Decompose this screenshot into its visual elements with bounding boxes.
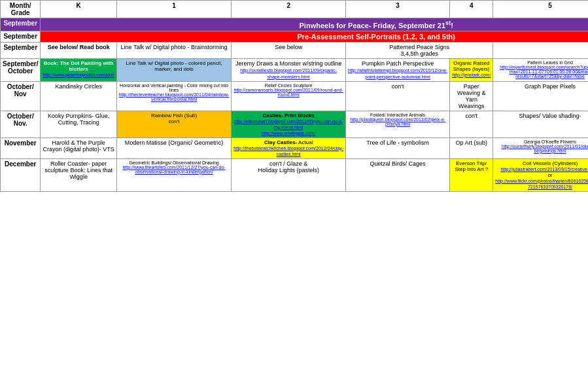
december-row: December Roller Coaster- paper sculpture… (1, 158, 589, 191)
month-grade-header: Month/ Grade (1, 1, 41, 18)
cell-dec-5: Coil Vessels (Cylinders) http://juliastr… (493, 158, 588, 191)
cell-octnov2-5: Shapes/ Value shading- (493, 111, 588, 137)
col-1-header: 1 (116, 1, 232, 18)
octnov2-month-label: October/ Nov. (1, 111, 41, 137)
column-headers: Month/ Grade K 1 2 3 4 5 6 (1, 1, 589, 18)
september-normal-row: September See below/ Read book Line Talk… (1, 42, 589, 58)
september-month-label3: September (1, 42, 41, 58)
december-month-label: December (1, 158, 41, 191)
cell-octnov-3: con't (346, 81, 450, 111)
september-month-label: September (1, 18, 41, 31)
cell-dec-2: con't / Glaze &Holiday Lights (pastels) (232, 158, 346, 191)
col-2-header: 2 (232, 1, 346, 18)
cell-octnov2-4: con't (450, 111, 493, 137)
cell-octnov-5: Graph Paper Pixels (493, 81, 588, 111)
cell-octnov2-3: Folded/ Interactive Animals http://plast… (346, 111, 450, 137)
col-5-header: 5 (493, 1, 588, 18)
cell-dec-k: Roller Coaster- paper sculpture Book: Li… (41, 158, 116, 191)
cell-sep-5 (493, 42, 588, 58)
november-row: November Harold & The Purple Crayon (dig… (1, 137, 589, 158)
cell-sepoct-k: Book: The Dot Painting with blotters htt… (41, 58, 116, 81)
octnov-month-label: October/ Nov (1, 81, 41, 111)
cell-sep-k: See below/ Read book (41, 42, 116, 58)
september-october-row: September/ October Book: The Dot Paintin… (1, 58, 589, 81)
october-nov-row: October/ Nov Kandinsky Circles Horizonta… (1, 81, 589, 111)
cell-sepoct-2: Jeremy Draws a Monster w/string outline … (232, 58, 346, 81)
september-preassessment-row: September Pre-Assessment Self-Portraits … (1, 31, 589, 42)
cell-octnov-4: Paper Weaving & Yarn Weavings (450, 81, 493, 111)
cell-nov-2: Clay Castles- Actual http://thebobkratch… (232, 137, 346, 158)
cell-sep-3-4: Patterned Peace Signs3,4,5th grades (346, 42, 493, 58)
cell-sepoct-4: Organic Raised Shapes (layers) http://je… (450, 58, 493, 81)
col-3-header: 3 (346, 1, 450, 18)
cell-octnov-1: Horizontal and Vertical painting - Color… (116, 81, 232, 111)
sep-oct-month-label: September/ October (1, 58, 41, 81)
cell-sep-2: See below (232, 42, 346, 58)
cell-sepoct-1: Line Talk w/ Digital photo - colored pen… (116, 58, 232, 81)
cell-dec-3: Quetzal Birds/ Cages (346, 158, 450, 191)
cell-nov-3: Tree of Life - symbolism (346, 137, 450, 158)
cell-octnov-k: Kandinsky Circles (41, 81, 116, 111)
october-nov2-row: October/ Nov. Kooky Pumpkins- Glue, Cutt… (1, 111, 589, 137)
pinwheels-text: Pinwheels for Peace- Friday, September 2… (41, 18, 588, 31)
cell-sepoct-3: Pumpkin Patch Perspective http://afaithf… (346, 58, 450, 81)
cell-nov-5: Georgia O'Keeffe Flowers http://ourartfa… (493, 137, 588, 158)
september-pinwheels-row: September Pinwheels for Peace- Friday, S… (1, 18, 589, 31)
cell-dec-1: Geometric Buildings/ Observational Drawi… (116, 158, 232, 191)
cell-dec-4: Everson Trip/ Step Into Art ? (450, 158, 493, 191)
col-k-header: K (41, 1, 116, 18)
col-4-header: 4 (450, 1, 493, 18)
november-month-label: November (1, 137, 41, 158)
preassessment-text: Pre-Assessment Self-Portraits (1,2, 3, a… (41, 31, 588, 42)
cell-nov-4: Op Art (sub) (450, 137, 493, 158)
cell-nov-k: Harold & The Purple Crayon (digital phot… (41, 137, 116, 158)
cell-octnov2-k: Kooky Pumpkins- Glue, Cutting, Tracing (41, 111, 116, 137)
cell-sepoct-5: Pattern Leaves in Grid http://myartfulne… (493, 58, 588, 81)
cell-octnov2-1: Rainbow Fish (Sub)con't (116, 111, 232, 137)
september-month-label2: September (1, 31, 41, 42)
cell-nov-1: Modern Matisse (Organic/ Geometric) (116, 137, 232, 158)
cell-octnov-2: Relief Circles Sculpture http://zamorano… (232, 81, 346, 111)
cell-octnov2-2: Castles- Print blocks http://ellenlubart… (232, 111, 346, 137)
cell-sep-1: Line Talk w/ Digital photo - Brainstormi… (116, 42, 232, 58)
